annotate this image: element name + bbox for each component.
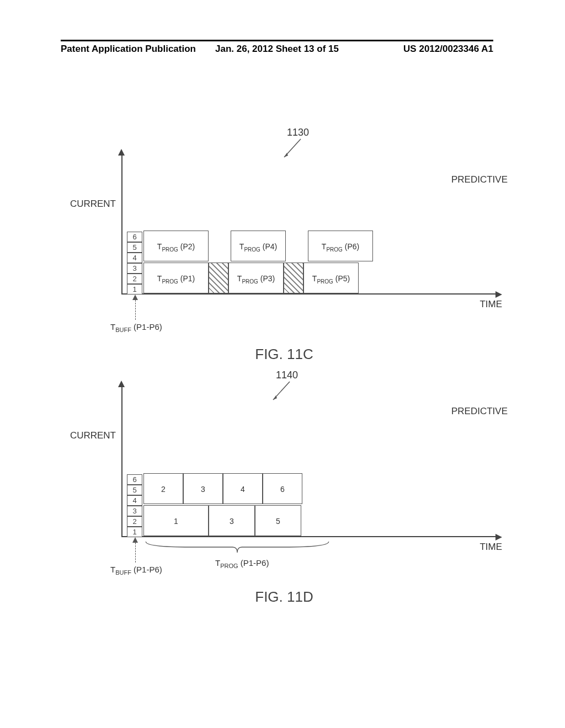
prog-block: 6 xyxy=(263,473,302,504)
tprog-block: TPROG (P6) xyxy=(308,231,373,261)
reference-number-1140: 1140 xyxy=(276,370,298,381)
prog-block: 4 xyxy=(223,473,263,504)
tbuff-label: TBUFF (P1-P6) xyxy=(110,565,162,576)
arrow-right-icon xyxy=(495,291,502,298)
lane-bottom: TPROG (P1)TPROG (P3)TPROG (P5) xyxy=(143,263,359,295)
predictive-label: PREDICTIVE xyxy=(451,174,508,185)
y-axis-label: CURRENT xyxy=(66,199,116,210)
x-axis-label: TIME xyxy=(479,542,502,553)
leader-line-icon xyxy=(270,381,292,403)
page-header: Patent Application Publication Jan. 26, … xyxy=(61,40,493,57)
lane-top: 2346 xyxy=(143,473,302,505)
lane-gap xyxy=(286,231,308,261)
tbuff-cell: 5 xyxy=(127,485,142,495)
header-left: Patent Application Publication xyxy=(61,41,205,57)
tbuff-cell: 6 xyxy=(127,474,142,485)
figure-11d: 1140 CURRENT TIME PREDICTIVE 654321 2346… xyxy=(66,375,502,585)
prog-block: 3 xyxy=(183,473,223,504)
tprog-block: TPROG (P3) xyxy=(228,263,284,293)
tbuff-cell: 4 xyxy=(127,253,142,263)
tbuff-pointer-icon xyxy=(130,537,141,563)
header-right: US 2012/0023346 A1 xyxy=(349,41,493,57)
predictive-label: PREDICTIVE xyxy=(451,406,508,417)
tbuff-cell: 3 xyxy=(127,506,142,516)
prog-block: 5 xyxy=(255,505,301,536)
tprog-block: TPROG (P4) xyxy=(231,231,286,261)
tprog-span-label: TPROG (P1-P6) xyxy=(215,558,269,569)
page: Patent Application Publication Jan. 26, … xyxy=(0,0,565,728)
tbuff-cell: 4 xyxy=(127,495,142,506)
leader-line-icon xyxy=(281,138,303,160)
tbuff-label: TBUFF (P1-P6) xyxy=(110,322,162,333)
tprog-block: TPROG (P2) xyxy=(143,231,209,261)
y-axis xyxy=(121,154,122,295)
tbuff-cell: 5 xyxy=(127,242,142,253)
arrow-up-icon xyxy=(118,381,125,387)
arrow-right-icon xyxy=(495,534,502,540)
tbuff-cell: 3 xyxy=(127,263,142,274)
tbuff-cell: 6 xyxy=(127,232,142,242)
figure-11c: 1130 CURRENT TIME PREDICTIVE 654321 TPRO… xyxy=(66,143,502,342)
brace-icon xyxy=(143,540,331,554)
prog-block: 2 xyxy=(143,473,183,504)
prog-block: 1 xyxy=(143,505,209,536)
tprog-block: TPROG (P5) xyxy=(303,263,359,293)
tbuff-cell: 1 xyxy=(127,527,142,537)
idle-hatched-block xyxy=(209,263,228,293)
tbuff-stack: 654321 xyxy=(127,232,142,295)
arrow-up-icon xyxy=(118,149,125,156)
tbuff-cell: 1 xyxy=(127,284,142,295)
lane-top: TPROG (P2)TPROG (P4)TPROG (P6) xyxy=(143,231,373,263)
figure-caption: FIG. 11D xyxy=(66,588,502,606)
y-axis-label: CURRENT xyxy=(66,430,116,441)
tbuff-cell: 2 xyxy=(127,516,142,527)
y-axis xyxy=(121,386,122,537)
idle-hatched-block xyxy=(284,263,303,293)
figure-caption: FIG. 11C xyxy=(66,346,502,363)
header-middle: Jan. 26, 2012 Sheet 13 of 15 xyxy=(205,41,349,57)
lane-bottom: 135 xyxy=(143,505,301,537)
tbuff-pointer-icon xyxy=(130,295,141,320)
prog-block: 3 xyxy=(209,505,255,536)
reference-number-1130: 1130 xyxy=(287,127,309,138)
tbuff-stack: 654321 xyxy=(127,474,142,537)
lane-gap xyxy=(209,231,231,261)
x-axis-label: TIME xyxy=(479,299,502,310)
tprog-block: TPROG (P1) xyxy=(143,263,209,293)
tbuff-cell: 2 xyxy=(127,274,142,284)
